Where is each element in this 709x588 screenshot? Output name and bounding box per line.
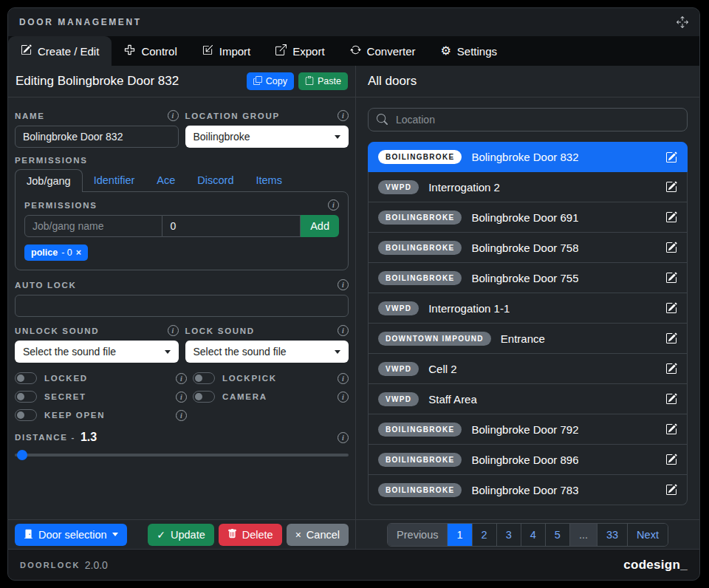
page-4[interactable]: 4 <box>521 524 545 546</box>
toggle-keep-open: KEEP OPEN <box>15 409 187 421</box>
lock-sound-label: LOCK SOUND <box>185 327 255 335</box>
location-badge: BOILINGBROKE <box>378 150 462 164</box>
page-previous[interactable]: Previous <box>388 524 447 546</box>
lockpick-switch[interactable] <box>193 372 215 384</box>
locked-switch[interactable] <box>15 372 37 384</box>
page-5[interactable]: 5 <box>545 524 569 546</box>
permissions-inner-label: PERMISSIONS <box>24 201 97 210</box>
chevron-down-icon <box>335 350 340 354</box>
edit-door-icon[interactable] <box>665 181 677 193</box>
location-group-select[interactable]: Boilingbroke <box>185 126 349 148</box>
unlock-sound-select[interactable]: Select the sound file <box>15 341 179 363</box>
edit-door-icon[interactable] <box>665 272 677 284</box>
edit-door-icon[interactable] <box>665 423 677 435</box>
main-tabbar: Create / Edit Control Import Export Conv… <box>8 36 699 66</box>
cancel-button[interactable]: × Cancel <box>287 524 349 546</box>
permissions-info-icon[interactable] <box>328 199 339 211</box>
move-window-icon[interactable] <box>677 16 688 28</box>
lockpick-info-icon[interactable] <box>338 373 349 384</box>
door-name: Staff Area <box>428 393 477 406</box>
grade-input[interactable] <box>162 215 301 237</box>
door-selection-button[interactable]: Door selection <box>15 524 127 546</box>
delete-button[interactable]: Delete <box>219 524 282 546</box>
door-row[interactable]: VWPD Interrogation 1-1 <box>368 293 688 324</box>
edit-door-icon[interactable] <box>665 332 677 344</box>
door-row[interactable]: BOILINGBROKE Bolingbroke Door 783 <box>368 475 688 505</box>
door-name: Interrogation 1-1 <box>428 302 510 315</box>
secret-switch[interactable] <box>15 391 37 403</box>
perm-tab-ace[interactable]: Ace <box>145 169 186 191</box>
edit-door-icon[interactable] <box>665 363 677 375</box>
search-input[interactable] <box>368 108 688 131</box>
page-3[interactable]: 3 <box>496 524 521 546</box>
locked-info-icon[interactable] <box>176 373 187 384</box>
edit-door-icon[interactable] <box>665 484 677 496</box>
paste-label: Paste <box>318 76 341 86</box>
update-label: Update <box>171 529 205 541</box>
tab-label: Import <box>219 45 251 58</box>
distance-slider[interactable] <box>15 450 349 460</box>
door-row[interactable]: BOILINGBROKE Bolingbroke Door 758 <box>368 233 688 263</box>
copy-button[interactable]: Copy <box>247 72 294 90</box>
permission-tag-remove-icon[interactable]: × <box>76 247 81 258</box>
lock-sound-info-icon[interactable] <box>338 325 349 336</box>
secret-info-icon[interactable] <box>176 392 187 403</box>
door-row[interactable]: BOILINGBROKE Bolingbroke Door 832 <box>368 142 688 172</box>
distance-info-icon[interactable] <box>338 432 349 443</box>
door-row[interactable]: BOILINGBROKE Bolingbroke Door 755 <box>368 263 688 293</box>
door-row[interactable]: DOWNTOWN IMPOUND Entrance <box>368 324 688 354</box>
paste-button[interactable]: Paste <box>298 72 348 90</box>
update-button[interactable]: ✓ Update <box>148 524 214 546</box>
slider-track[interactable] <box>15 454 349 457</box>
door-row[interactable]: VWPD Staff Area <box>368 384 688 414</box>
add-permission-button[interactable]: Add <box>301 215 339 237</box>
page-next[interactable]: Next <box>627 524 668 546</box>
job-gang-name-input[interactable] <box>24 215 162 237</box>
door-row[interactable]: VWPD Cell 2 <box>368 354 688 384</box>
keep-open-switch[interactable] <box>15 409 37 421</box>
auto-lock-info-icon[interactable] <box>338 279 349 290</box>
perm-tab-identifier[interactable]: Identifier <box>83 169 146 191</box>
tab-export[interactable]: Export <box>263 36 337 66</box>
gear-icon: ⚙ <box>440 45 451 57</box>
door-row[interactable]: BOILINGBROKE Bolingbroke Door 691 <box>368 202 688 233</box>
tab-converter[interactable]: Converter <box>338 36 428 66</box>
editor-title: Editing Bolingbroke Door 832 <box>16 74 179 89</box>
edit-door-icon[interactable] <box>665 454 677 465</box>
tab-create-edit[interactable]: Create / Edit <box>8 36 112 66</box>
page-33[interactable]: 33 <box>597 524 627 546</box>
door-row[interactable]: BOILINGBROKE Bolingbroke Door 792 <box>368 414 688 445</box>
tab-settings[interactable]: ⚙ Settings <box>428 36 510 66</box>
perm-tab-items[interactable]: Items <box>244 169 292 191</box>
door-name: Bolingbroke Door 758 <box>471 242 578 254</box>
edit-door-icon[interactable] <box>665 393 677 405</box>
tab-import[interactable]: Import <box>190 36 264 66</box>
location-badge: DOWNTOWN IMPOUND <box>378 332 491 346</box>
page-1[interactable]: 1 <box>447 524 471 546</box>
auto-lock-input[interactable] <box>15 295 349 317</box>
tab-control[interactable]: Control <box>112 36 189 66</box>
edit-door-icon[interactable] <box>665 211 677 223</box>
name-input[interactable] <box>15 126 179 148</box>
location-info-icon[interactable] <box>338 110 349 121</box>
lock-sound-select[interactable]: Select the sound file <box>185 341 349 363</box>
camera-switch[interactable] <box>193 391 215 403</box>
edit-door-icon[interactable] <box>665 151 677 163</box>
close-icon: × <box>295 530 301 540</box>
doors-toolbar: Previous 1 2 3 4 5 ... 33 Next <box>356 519 699 549</box>
slider-thumb[interactable] <box>17 450 27 460</box>
tab-label: Converter <box>367 45 416 58</box>
edit-door-icon[interactable] <box>665 302 677 314</box>
door-name: Bolingbroke Door 691 <box>471 211 578 224</box>
perm-tab-job-gang[interactable]: Job/gang <box>15 169 83 192</box>
edit-door-icon[interactable] <box>665 242 677 253</box>
door-row[interactable]: VWPD Interrogation 2 <box>368 172 688 202</box>
name-info-icon[interactable] <box>168 110 179 121</box>
page-2[interactable]: 2 <box>472 524 496 546</box>
door-name: Bolingbroke Door 792 <box>471 423 578 436</box>
perm-tab-discord[interactable]: Discord <box>186 169 244 191</box>
camera-info-icon[interactable] <box>338 392 349 403</box>
door-row[interactable]: BOILINGBROKE Bolingbroke Door 896 <box>368 445 688 475</box>
keep-open-info-icon[interactable] <box>176 410 187 421</box>
unlock-sound-info-icon[interactable] <box>168 325 179 336</box>
